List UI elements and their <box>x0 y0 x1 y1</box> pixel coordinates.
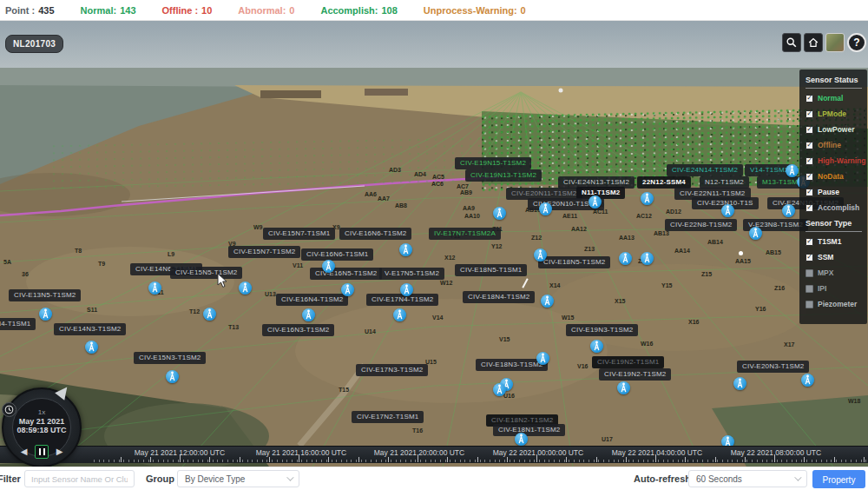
checkbox-offline[interactable] <box>806 142 813 149</box>
sensor-label[interactable]: CIV-E15N5-T1SM2 <box>170 267 242 279</box>
sensor-marker-icon[interactable] <box>515 433 528 446</box>
sensor-marker-icon[interactable] <box>589 195 602 209</box>
sensor-label[interactable]: CIV-E19N13-T1SM2 <box>465 169 542 182</box>
checkbox-piezometer[interactable] <box>806 301 813 308</box>
checkbox-lpmode[interactable] <box>806 110 813 118</box>
sensor-status-item-lowpower[interactable]: LowPower <box>806 125 867 134</box>
sensor-label[interactable]: CIV-E15N3-T1SM2 <box>134 352 206 364</box>
sensor-label[interactable]: CIV-E19N2-T1SM1 <box>592 356 664 368</box>
checkbox-lowpower[interactable] <box>806 126 813 134</box>
sensor-marker-icon[interactable] <box>590 340 603 353</box>
rewind-button[interactable]: ◀ <box>17 445 30 458</box>
sensor-type-item-mpx[interactable]: MPX <box>806 268 867 277</box>
sensor-marker-icon[interactable] <box>341 283 354 296</box>
sensor-label[interactable]: CIV-E18N5-T1SM1 <box>455 264 527 276</box>
sensor-label[interactable]: CIV-E19N2-T1SM2 <box>599 368 671 381</box>
sensor-label[interactable]: CIV-E24N14-T1SM2 <box>667 164 743 176</box>
sensor-marker-icon[interactable] <box>239 281 252 295</box>
sensor-status-item-accomplish[interactable]: Accomplish <box>806 203 867 212</box>
help-button[interactable]: ? <box>847 33 866 52</box>
sensor-label[interactable]: V-E17N5-T1SM2 <box>379 268 444 280</box>
sensor-marker-icon[interactable] <box>786 164 799 177</box>
sensor-marker-icon[interactable] <box>399 243 412 256</box>
sensor-type-item-ssm[interactable]: SSM <box>806 253 867 262</box>
timeline-bar[interactable]: May 21 2021 12:00:00 UTCMay 21 2021 16:0… <box>0 446 868 463</box>
sensor-marker-icon[interactable] <box>617 381 630 394</box>
sensor-label[interactable]: CIV-E15N7-T1SM2 <box>228 246 300 258</box>
group-select[interactable]: By Device Type <box>177 470 299 487</box>
sensor-marker-icon[interactable] <box>534 248 547 262</box>
sensor-label[interactable]: CIV-E16N4-T1SM2 <box>276 294 348 306</box>
sensor-marker-icon[interactable] <box>733 377 746 390</box>
sensor-label[interactable]: CIV-E22N8-T1SM2 <box>665 219 737 231</box>
checkbox-high-warning[interactable] <box>806 157 813 165</box>
sensor-label[interactable]: N12-T1SM2 <box>700 176 749 189</box>
sensor-label[interactable]: CIV-E13N4-T1SM1 <box>0 318 36 330</box>
sensor-marker-icon[interactable] <box>493 383 506 396</box>
sensor-marker-icon[interactable] <box>393 308 406 321</box>
checkbox-t1sm1[interactable] <box>806 238 813 246</box>
sensor-marker-icon[interactable] <box>302 308 315 321</box>
sensor-label[interactable]: IV-E17N7-T1SM2A <box>429 228 501 240</box>
sensor-label[interactable]: CIV-E16N6-T1SM2 <box>339 228 411 240</box>
sensor-marker-icon[interactable] <box>400 283 413 296</box>
sensor-label[interactable]: CIV-E17N3-T1SM2 <box>356 364 428 376</box>
sensor-label[interactable]: 22N12-SSM4 <box>637 176 691 189</box>
sensor-marker-icon[interactable] <box>541 295 554 308</box>
clock-mode-button[interactable] <box>2 402 16 417</box>
sensor-status-item-lpmode[interactable]: LPMode <box>806 109 867 118</box>
sensor-label[interactable]: CIV-E15N7-T1SM1 <box>263 228 335 240</box>
sensor-label[interactable]: CIV-E18N1-T1SM2 <box>493 424 565 436</box>
forward-button[interactable]: ▶ <box>53 445 66 458</box>
sensor-type-item-t1sm1[interactable]: T1SM1 <box>806 237 867 246</box>
pause-button[interactable] <box>35 445 49 459</box>
sensor-label[interactable]: CIV-E19N3-T1SM2 <box>566 324 638 336</box>
search-button[interactable] <box>782 33 801 52</box>
sensor-marker-icon[interactable] <box>536 352 549 365</box>
checkbox-normal[interactable] <box>806 95 813 103</box>
sensor-type-item-piezometer[interactable]: Piezometer <box>806 300 867 308</box>
sensor-marker-icon[interactable] <box>85 341 98 354</box>
sensor-marker-icon[interactable] <box>39 308 52 321</box>
sensor-marker-icon[interactable] <box>749 227 762 240</box>
sensor-marker-icon[interactable] <box>641 252 654 265</box>
sensor-status-item-offline[interactable]: Offline <box>806 141 867 149</box>
sensor-type-item-ipi[interactable]: IPI <box>806 284 867 293</box>
sensor-label[interactable]: CIV-E16N5-T1SM2 <box>310 268 382 280</box>
sensor-marker-icon[interactable] <box>782 204 795 217</box>
sensor-marker-icon[interactable] <box>801 374 814 387</box>
refresh-interval-select[interactable]: 60 Seconds <box>688 470 807 487</box>
sensor-status-item-pause[interactable]: Pause <box>806 188 867 196</box>
sensor-label[interactable]: CIV-E18N4-T1SM2 <box>463 291 535 303</box>
sensor-label[interactable]: CIV-E14N3-T1SM2 <box>54 323 126 335</box>
imagery-picker-button[interactable] <box>825 33 845 52</box>
sensor-marker-icon[interactable] <box>322 260 335 273</box>
sensor-status-item-high-warning[interactable]: High-Warning <box>806 156 867 165</box>
sensor-marker-icon[interactable] <box>619 252 632 265</box>
sensor-label[interactable]: CIV-E19N15-T1SM2 <box>455 157 531 169</box>
checkbox-mpx[interactable] <box>806 269 813 277</box>
sensor-label[interactable]: CIV-E18N5-T1SM2 <box>538 256 610 268</box>
sensor-status-item-nodata[interactable]: NoData <box>806 172 867 181</box>
checkbox-ipi[interactable] <box>806 285 813 293</box>
sensor-marker-icon[interactable] <box>166 370 179 383</box>
sensor-label[interactable]: CIV-E13N5-T1SM2 <box>9 289 81 301</box>
sensor-label[interactable]: CIV-E16N6-T1SM1 <box>301 248 373 261</box>
sensor-marker-icon[interactable] <box>641 192 654 205</box>
property-button[interactable]: Property <box>812 470 865 488</box>
sensor-label[interactable]: CIV-E17N2-T1SM1 <box>352 411 424 423</box>
checkbox-ssm[interactable] <box>806 254 813 262</box>
sensor-label[interactable]: CIV-E20N3-T1SM2 <box>737 361 809 373</box>
filter-input[interactable] <box>24 470 135 487</box>
checkbox-nodata[interactable] <box>806 173 813 181</box>
sensor-label[interactable]: CIV-E16N3-T1SM2 <box>262 324 334 336</box>
sensor-marker-icon[interactable] <box>721 204 734 217</box>
checkbox-pause[interactable] <box>806 189 813 196</box>
sensor-marker-icon[interactable] <box>493 207 506 220</box>
sensor-marker-icon[interactable] <box>148 281 161 295</box>
map-viewport[interactable]: CIV-E19N15-T1SM2CIV-E19N13-T1SM2CIV-E24N… <box>0 21 868 467</box>
checkbox-accomplish[interactable] <box>806 204 813 212</box>
sensor-status-item-normal[interactable]: Normal <box>806 94 867 103</box>
sensor-marker-icon[interactable] <box>203 308 216 321</box>
home-button[interactable] <box>804 33 823 52</box>
